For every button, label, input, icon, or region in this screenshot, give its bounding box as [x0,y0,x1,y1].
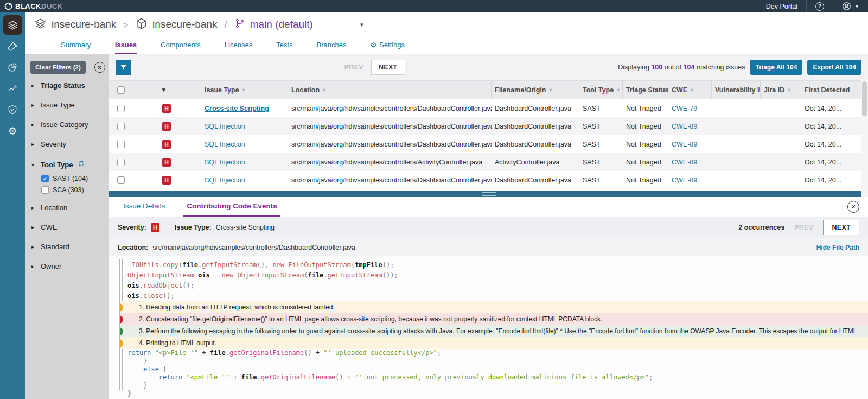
col-filename[interactable]: Filename/Origin▾ [492,81,579,99]
tab-tests[interactable]: Tests [276,36,292,54]
hide-file-path-link[interactable]: Hide File Path [816,244,859,251]
issue-type-link[interactable]: SQL Injection [205,141,245,148]
brand-logo: BLACKDUCK [0,2,63,10]
filter-option-sast[interactable]: ✓ SAST (104) [41,175,109,182]
issue-type-link[interactable]: SQL Injection [205,123,245,130]
breadcrumb-branch[interactable]: main (default) [250,18,313,30]
scrollbar-thumb[interactable] [862,81,867,116]
tab-settings[interactable]: ⚙Settings [370,36,405,54]
breadcrumb-repo[interactable]: insecure-bank [152,18,217,30]
rail-item-security[interactable] [3,100,22,119]
select-all-checkbox[interactable] [117,86,125,94]
severity-sort-caret[interactable]: ▾ [162,86,165,93]
table-row[interactable]: H SQL Injection src/main/java/org/hdivsa… [109,153,868,171]
gear-icon: ⚙ [370,41,376,49]
tab-issues[interactable]: Issues [115,36,137,54]
issue-type-link[interactable]: Cross-site Scripting [205,105,269,112]
checkbox-checked[interactable]: ✓ [41,175,49,182]
refresh-icon[interactable] [77,160,85,170]
prev-occurrence-button[interactable]: PREV [794,224,813,231]
table-row[interactable]: H SQL Injection src/main/java/org/hdivsa… [109,135,868,153]
next-page-button[interactable]: NEXT [371,60,405,75]
checkbox-unchecked[interactable] [41,186,49,194]
filter-section-owner[interactable]: ▸Owner [31,262,109,270]
close-panel-icon[interactable]: ✕ [847,201,859,213]
tab-components[interactable]: Components [161,36,201,54]
sort-icon: ▾ [242,87,245,93]
event-text: 4. Printing to HTML output. [139,339,216,347]
row-checkbox[interactable] [117,105,125,112]
chevron-right-icon: ▸ [31,224,36,230]
clear-filters-button[interactable]: Clear Filters (2) [30,61,86,74]
col-location[interactable]: Location▾ [288,81,492,99]
next-occurrence-button[interactable]: NEXT [823,220,859,235]
duck-logo-icon [4,2,12,10]
issues-workarea: PREV NEXT Displaying 100 out of 104 matc… [109,54,868,399]
panel-splitter[interactable] [109,191,868,197]
filter-section-triage-status[interactable]: ▸Triage Status [31,81,109,90]
col-triage-status[interactable]: Triage Status [623,81,668,99]
row-checkbox[interactable] [117,176,125,184]
issue-summary-bar: Severity: H Issue Type: Cross-site Scrip… [109,217,868,238]
cwe-link[interactable]: CWE-79 [672,105,697,112]
row-checkbox[interactable] [117,123,125,130]
drag-handle-icon[interactable] [482,192,496,196]
user-icon [842,2,851,11]
cwe-link[interactable]: CWE-89 [672,123,697,130]
col-issue-type[interactable]: Issue Type▾ [201,81,288,99]
cell-detected: Oct 14, 20... [801,171,868,189]
cwe-link[interactable]: CWE-89 [672,141,697,148]
vertical-scrollbar[interactable] [861,80,868,208]
tab-branches[interactable]: Branches [316,36,346,54]
user-menu[interactable]: ▼ [833,0,868,12]
rail-item-trends[interactable] [3,79,22,98]
row-checkbox[interactable] [117,159,125,166]
location-bar: Location: src/main/java/org/hdivsamples/… [109,238,868,256]
cell-triage: Not Triaged [623,171,668,189]
table-row[interactable]: H SQL Injection src/main/java/org/hdivsa… [109,171,868,189]
table-row[interactable]: H Cross-site Scripting src/main/java/org… [109,99,868,117]
filter-section-severity[interactable]: ▸Severity [31,140,109,148]
rail-item-settings[interactable]: ⚙ [3,121,22,141]
issue-type-link[interactable]: SQL Injection [205,176,245,184]
help-button[interactable]: ? [807,0,833,12]
cwe-link[interactable]: CWE-89 [672,159,697,166]
filter-section-issue-type[interactable]: ▸Issue Type [31,101,109,109]
tab-contributing-code-events[interactable]: Contributing Code Events [183,197,280,217]
tab-summary[interactable]: Summary [61,36,91,54]
col-cwe[interactable]: CWE▾ [668,81,712,99]
dev-portal-link[interactable]: Dev Portal [757,0,806,12]
prev-page-button[interactable]: PREV [344,64,363,71]
filter-section-location[interactable]: ▸Location [31,204,109,212]
filter-section-tool-type[interactable]: ▾ Tool Type [31,160,109,170]
filter-section-cwe[interactable]: ▸CWE [31,223,109,231]
breadcrumb-project[interactable]: insecure-bank [52,18,116,30]
event-severity-dot-icon [120,315,123,324]
detail-tabs: Issue Details Contributing Code Events ✕ [109,197,868,217]
col-jira-id[interactable]: Jira ID▾ [761,81,801,99]
event-text: 1. Reading data from an HTTP request, wh… [139,303,335,311]
rail-item-reports[interactable] [3,58,22,77]
rail-item-tests[interactable] [3,36,22,56]
filter-section-standard[interactable]: ▸Standard [31,243,109,251]
col-vulnerability[interactable]: Vulnerability ID [712,81,761,99]
tab-licenses[interactable]: Licenses [225,36,252,54]
filter-toggle-button[interactable] [116,60,131,75]
branch-dropdown-caret[interactable]: ▾ [360,21,363,28]
rail-item-issues[interactable] [3,15,22,35]
cwe-link[interactable]: CWE-89 [672,176,697,184]
filter-option-sca[interactable]: SCA (303) [41,186,109,194]
export-all-button[interactable]: Export All 104 [807,60,861,75]
col-tool-type[interactable]: Tool Type▾ [579,81,623,99]
close-filters-icon[interactable]: ✕ [94,62,105,73]
table-body: H Cross-site Scripting src/main/java/org… [109,99,868,189]
sort-icon: ▾ [788,87,790,93]
table-row[interactable]: H SQL Injection src/main/java/org/hdivsa… [109,117,868,135]
triage-all-button[interactable]: Triage All 104 [750,60,802,75]
col-first-detected[interactable]: First Detected [801,81,868,99]
tab-issue-details[interactable]: Issue Details [120,197,168,217]
filter-section-issue-category[interactable]: ▸Issue Category [31,121,109,129]
issue-type-link[interactable]: SQL Injection [205,159,245,166]
cell-triage: Not Triaged [623,153,668,171]
row-checkbox[interactable] [117,141,125,148]
